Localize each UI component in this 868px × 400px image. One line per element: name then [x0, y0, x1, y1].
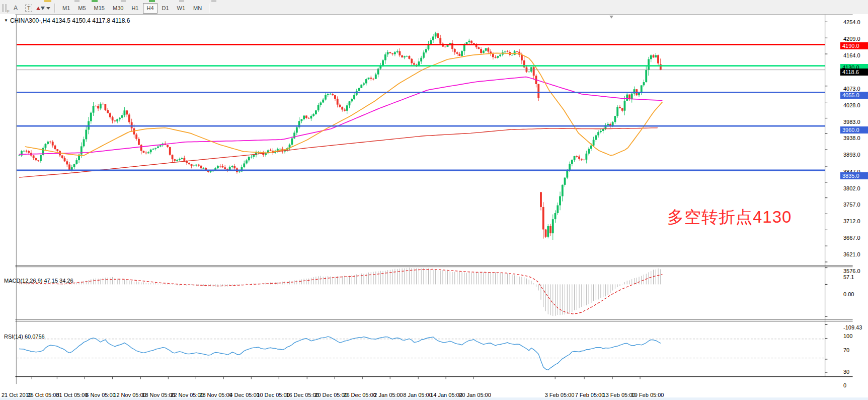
price-level-label: 4118.6 — [840, 69, 868, 76]
rsi-indicator-label: RSI(14) 60.0756 — [4, 334, 45, 340]
price-axis-tick: 3893.0 — [843, 152, 860, 158]
chart-window[interactable]: ▼CHINA300-,H4 4134.5 4150.4 4117.8 4118.… — [0, 14, 868, 400]
price-axis-tick: 3576.0 — [843, 268, 860, 274]
toolbar-separator — [54, 4, 55, 13]
price-axis-tick: 4209.0 — [843, 36, 860, 42]
arrows-icon — [36, 7, 45, 10]
symbol-dropdown-icon[interactable]: ▼ — [4, 18, 8, 23]
timeframe-button-d1[interactable]: D1 — [159, 3, 173, 14]
macd-axis-tick: -109.43 — [843, 324, 862, 330]
mt4-terminal: A T M1M5M15M30H1H4D1W1MN ▼CHINA300-,H4 4… — [0, 0, 868, 400]
rsi-axis-tick: 0 — [843, 382, 846, 388]
price-level-label: 3960.0 — [840, 126, 868, 134]
timeframe-button-m15[interactable]: M15 — [91, 3, 108, 14]
price-axis-tick: 4254.0 — [843, 19, 860, 25]
line-studies-and-timeframes-toolbar: A T M1M5M15M30H1H4D1W1MN — [0, 2, 868, 14]
price-level-label: 3835.0 — [840, 172, 868, 179]
price-axis-tick: 4073.0 — [843, 86, 860, 92]
chevron-down-icon — [46, 7, 50, 10]
rsi-axis-tick: 30 — [843, 369, 849, 375]
timeframe-button-m5[interactable]: M5 — [74, 3, 89, 14]
timeframe-button-m1[interactable]: M1 — [59, 3, 73, 14]
price-axis-tick: 3621.0 — [843, 251, 860, 257]
timeframe-button-mn[interactable]: MN — [190, 3, 205, 14]
price-axis-tick: 4164.0 — [843, 52, 860, 58]
chart-symbol-title: ▼CHINA300-,H4 4134.5 4150.4 4117.8 4118.… — [4, 17, 130, 24]
rsi-axis-tick: 70 — [843, 347, 849, 353]
letter-t-icon: T — [25, 5, 33, 12]
timeframe-button-w1[interactable]: W1 — [174, 3, 189, 14]
text-tool-button[interactable]: T — [23, 3, 35, 14]
status-strip — [0, 397, 868, 400]
arrows-tool-button[interactable] — [36, 3, 51, 14]
letter-a-icon: A — [14, 5, 18, 12]
price-axis-tick: 3938.0 — [843, 135, 860, 141]
price-axis-tick: 3757.0 — [843, 202, 860, 208]
chart-text-annotation[interactable]: 多空转折点4130 — [667, 206, 792, 229]
macd-axis-tick: 57.1 — [843, 274, 854, 280]
price-level-label: 4190.0 — [840, 42, 868, 49]
timeframe-button-m30[interactable]: M30 — [109, 3, 127, 14]
rsi-axis-tick: 100 — [843, 333, 852, 339]
price-axis-tick: 3712.0 — [843, 218, 860, 224]
text-label-tool-button[interactable]: A — [10, 3, 22, 14]
timeframe-button-h1[interactable]: H1 — [128, 3, 142, 14]
price-axis-tick: 4028.0 — [843, 102, 860, 108]
price-axis-tick: 3983.0 — [843, 119, 860, 125]
price-level-label: 4055.0 — [840, 92, 868, 99]
price-axis-tick: 3802.0 — [843, 185, 860, 191]
fibonacci-tool-icon[interactable] — [1, 4, 9, 12]
macd-axis-tick: 0.00 — [843, 291, 854, 297]
timeframe-button-h4[interactable]: H4 — [143, 3, 157, 14]
toolbar-separator — [209, 4, 210, 13]
macd-indicator-label: MACD(12,26,9) 47.15 34.26 — [4, 278, 73, 284]
price-axis-tick: 3667.0 — [843, 235, 860, 241]
